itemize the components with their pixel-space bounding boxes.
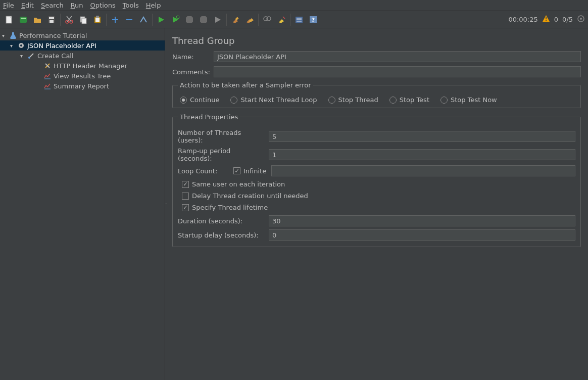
svg-rect-14	[95, 18, 100, 22]
tree-label: View Results Tree	[54, 72, 111, 80]
remote-start-icon[interactable]	[212, 14, 224, 26]
radio-next-loop[interactable]: Start Next Thread Loop	[230, 96, 317, 104]
loop-count-label: Loop Count:	[178, 167, 228, 175]
search-icon[interactable]	[261, 14, 273, 26]
svg-marker-22	[186, 16, 193, 23]
panel-title: Thread Group	[172, 35, 581, 46]
menu-options[interactable]: Options	[90, 2, 116, 9]
expand-icon[interactable]	[109, 14, 121, 26]
chevron-down-icon[interactable]: ▾	[2, 33, 7, 38]
tree-label: HTTP Header Manager	[54, 62, 127, 70]
menu-file[interactable]: File	[3, 2, 14, 9]
save-icon[interactable]	[45, 14, 58, 26]
svg-line-28	[283, 17, 285, 19]
shutdown-icon[interactable]	[198, 14, 210, 26]
radio-stop-test-now[interactable]: Stop Test Now	[440, 96, 497, 104]
chart-icon	[43, 82, 52, 90]
menu-tools[interactable]: Tools	[123, 2, 139, 9]
test-plan-tree: ▾ Performance Tutorial ▾ JSON Placeholde…	[0, 28, 165, 380]
toggle-icon[interactable]	[137, 14, 150, 26]
name-label: Name:	[172, 53, 209, 61]
startup-delay-input[interactable]	[269, 229, 575, 241]
svg-line-10	[67, 16, 71, 22]
menu-help[interactable]: Help	[146, 2, 161, 9]
svg-point-40	[20, 44, 22, 46]
tree-summary-report[interactable]: Summary Report	[0, 81, 165, 91]
menu-bar: File Edit Search Run Options Tools Help	[0, 0, 588, 11]
thread-properties-group: Thread Properties Number of Threads (use…	[172, 113, 581, 247]
collapse-icon[interactable]	[123, 14, 135, 26]
name-input[interactable]	[214, 51, 581, 62]
start-no-timers-icon[interactable]	[169, 14, 181, 26]
svg-point-21	[176, 16, 179, 19]
num-threads-input[interactable]	[269, 131, 575, 142]
loop-count-input[interactable]	[271, 165, 575, 176]
comments-label: Comments:	[172, 68, 209, 76]
tree-label: Performance Tutorial	[19, 32, 87, 39]
templates-icon[interactable]	[17, 14, 29, 26]
ramp-up-input[interactable]	[269, 149, 575, 160]
clear-all-icon[interactable]	[243, 14, 256, 26]
menu-search[interactable]: Search	[41, 2, 64, 9]
function-helper-icon[interactable]	[293, 14, 305, 26]
svg-rect-3	[21, 18, 26, 19]
ramp-up-label: Ramp-up period (seconds):	[178, 147, 264, 162]
svg-text:!: !	[545, 16, 548, 22]
thread-count: 0/5	[562, 16, 573, 23]
reset-search-icon[interactable]	[275, 14, 287, 26]
thread-properties-legend: Thread Properties	[178, 113, 240, 121]
error-action-legend: Action to be taken after a Sampler error	[178, 81, 313, 89]
error-action-group: Action to be taken after a Sampler error…	[172, 81, 581, 108]
svg-rect-6	[50, 20, 54, 23]
copy-icon[interactable]	[77, 14, 89, 26]
svg-line-9	[67, 16, 72, 22]
flask-icon	[9, 31, 17, 39]
chevron-down-icon[interactable]: ▾	[20, 53, 25, 59]
paste-icon[interactable]	[91, 14, 104, 26]
tree-view-results[interactable]: View Results Tree	[0, 71, 165, 81]
help-icon[interactable]: ?	[307, 14, 319, 26]
svg-point-38	[580, 18, 582, 20]
svg-point-27	[267, 17, 271, 21]
radio-continue[interactable]: Continue	[180, 96, 219, 104]
new-icon[interactable]	[3, 14, 15, 26]
warning-icon[interactable]: !	[542, 15, 550, 24]
toolbar: ? 00:00:25 ! 0 0/5	[0, 11, 588, 28]
error-count: 0	[554, 16, 558, 23]
duration-input[interactable]	[269, 215, 575, 226]
same-user-checkbox[interactable]: Same user on each iteration	[182, 180, 575, 188]
clear-icon[interactable]	[229, 14, 241, 26]
pipette-icon	[27, 52, 35, 60]
startup-delay-label: Startup delay (seconds):	[178, 231, 264, 239]
gear-icon	[17, 41, 25, 50]
duration-label: Duration (seconds):	[178, 217, 264, 225]
svg-marker-24	[215, 17, 221, 23]
tree-header-manager[interactable]: HTTP Header Manager	[0, 61, 165, 71]
delay-create-checkbox[interactable]: Delay Thread creation until needed	[182, 192, 575, 200]
tree-test-plan[interactable]: ▾ Performance Tutorial	[0, 30, 165, 40]
infinite-checkbox[interactable]: Infinite	[233, 167, 266, 175]
radio-stop-test[interactable]: Stop Test	[389, 96, 429, 104]
menu-edit[interactable]: Edit	[21, 2, 34, 9]
elapsed-time: 00:00:25	[508, 16, 537, 23]
svg-text:?: ?	[312, 17, 315, 23]
tree-label: Create Call	[37, 52, 74, 60]
tree-thread-group[interactable]: ▾ JSON Placeholder API	[0, 40, 165, 51]
cut-icon[interactable]	[63, 14, 75, 26]
stop-icon[interactable]	[183, 14, 195, 26]
svg-rect-15	[96, 16, 99, 18]
wrench-icon	[43, 62, 52, 70]
menu-run[interactable]: Run	[71, 2, 83, 9]
tree-sampler[interactable]: ▾ Create Call	[0, 51, 165, 61]
svg-marker-19	[159, 17, 164, 23]
tree-label: JSON Placeholder API	[27, 42, 96, 50]
start-icon[interactable]	[155, 14, 167, 26]
chevron-down-icon[interactable]: ▾	[10, 43, 15, 49]
open-icon[interactable]	[31, 14, 43, 26]
running-indicator-icon	[577, 15, 585, 24]
specify-lifetime-checkbox[interactable]: Specify Thread lifetime	[182, 204, 575, 211]
svg-point-42	[28, 57, 30, 59]
radio-stop-thread[interactable]: Stop Thread	[328, 96, 378, 104]
comments-input[interactable]	[214, 66, 581, 77]
num-threads-label: Number of Threads (users):	[178, 129, 264, 144]
